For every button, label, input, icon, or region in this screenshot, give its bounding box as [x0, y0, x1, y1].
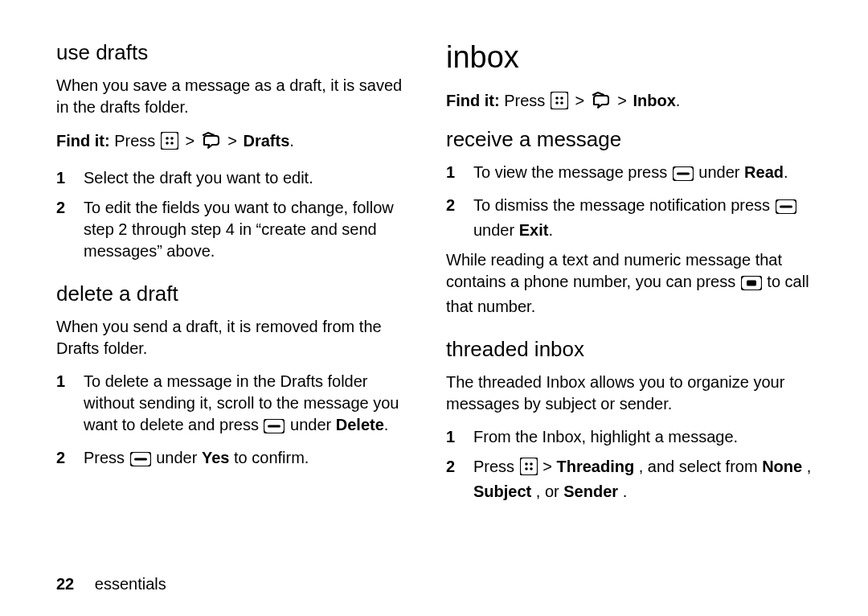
left-column: use drafts When you save a message as a …	[56, 40, 438, 592]
message-icon	[592, 92, 611, 116]
heading-use-drafts: use drafts	[56, 40, 414, 65]
step-text: Press > Threading , and select from None…	[473, 456, 820, 503]
step-text: To view the message press under Read.	[473, 162, 820, 187]
text-fragment: under	[290, 416, 336, 433]
separator-icon: >	[227, 132, 237, 150]
text-fragment: To dismiss the message notification pres…	[473, 196, 775, 214]
page-number: 22	[56, 575, 74, 593]
findit-target: Inbox	[633, 92, 676, 109]
softkey-label: Delete	[336, 416, 384, 433]
step-text: Select the draft you want to edit.	[84, 167, 414, 189]
steps-delete-draft: To delete a message in the Drafts folder…	[56, 371, 414, 472]
heading-inbox: inbox	[446, 40, 820, 75]
text-fragment: Press	[84, 449, 129, 466]
findit-press: Press	[504, 92, 545, 109]
heading-receive: receive a message	[446, 127, 820, 152]
step-text: To delete a message in the Drafts folder…	[84, 371, 414, 439]
softkey-icon	[673, 165, 694, 187]
text-fragment: To view the message press	[473, 163, 672, 181]
heading-threaded: threaded inbox	[446, 337, 820, 362]
list-item: Press > Threading , and select from None…	[446, 456, 820, 503]
step-text: From the Inbox, highlight a message.	[473, 426, 820, 448]
softkey-label: Read	[744, 163, 784, 181]
text-fragment: to confirm.	[234, 449, 309, 466]
findit-target: Drafts	[244, 132, 290, 150]
para-use-drafts: When you save a message as a draft, it i…	[56, 75, 414, 118]
steps-receive: To view the message press under Read. To…	[446, 162, 820, 241]
separator-icon: >	[575, 92, 584, 109]
step-text: To dismiss the message notification pres…	[473, 195, 820, 241]
option-label: Subject	[473, 483, 531, 500]
step-text: Press under Yes to confirm.	[84, 447, 414, 472]
softkey-label: Yes	[202, 449, 229, 466]
separator-icon: >	[617, 92, 627, 109]
text-fragment: ,	[807, 458, 812, 475]
menu-key-icon	[161, 132, 178, 156]
text-fragment: , and select from	[639, 458, 762, 475]
step-text: To edit the fields you want to change, f…	[84, 197, 414, 262]
list-item: From the Inbox, highlight a message.	[446, 426, 820, 448]
softkey-label: Exit	[519, 221, 549, 239]
menu-item-label: Threading	[557, 458, 635, 475]
para-threaded: The threaded Inbox allows you to organiz…	[446, 372, 820, 415]
list-item: To delete a message in the Drafts folder…	[56, 371, 414, 439]
steps-use-drafts: Select the draft you want to edit. To ed…	[56, 167, 414, 262]
text-fragment: under	[473, 221, 519, 239]
heading-delete-draft: delete a draft	[56, 281, 414, 306]
findit-label: Find it:	[56, 132, 110, 150]
softkey-icon	[130, 450, 151, 472]
findit-press: Press	[114, 132, 155, 150]
text-fragment: Press	[473, 458, 519, 475]
list-item: To edit the fields you want to change, f…	[56, 197, 414, 262]
findit-label: Find it:	[446, 92, 500, 109]
ok-key-icon	[741, 274, 762, 296]
steps-threaded: From the Inbox, highlight a message. Pre…	[446, 426, 820, 503]
softkey-icon	[264, 417, 285, 439]
page-footer: 22 essentials	[56, 575, 166, 593]
text-fragment: .	[623, 483, 628, 500]
text-fragment: , or	[536, 483, 563, 500]
section-name: essentials	[95, 575, 166, 593]
text-fragment: While reading a text and numeric message…	[446, 251, 782, 290]
list-item: To dismiss the message notification pres…	[446, 195, 820, 241]
para-while-reading: While reading a text and numeric message…	[446, 249, 820, 318]
option-label: None	[762, 458, 802, 475]
manual-page: use drafts When you save a message as a …	[0, 0, 868, 616]
list-item: Select the draft you want to edit.	[56, 167, 414, 189]
separator-icon: >	[185, 132, 194, 150]
text-fragment: under	[156, 449, 202, 466]
text-fragment: under	[698, 163, 744, 181]
softkey-icon	[776, 198, 796, 220]
para-delete-draft: When you send a draft, it is removed fro…	[56, 316, 414, 359]
message-icon	[202, 132, 221, 156]
list-item: Press under Yes to confirm.	[56, 447, 414, 472]
findit-inbox: Find it: Press > > Inbox.	[446, 89, 820, 116]
text-fragment: >	[542, 458, 556, 475]
menu-key-icon	[551, 92, 568, 116]
list-item: To view the message press under Read.	[446, 162, 820, 187]
right-column: inbox Find it: Press > > Inbox. receive …	[438, 40, 820, 592]
option-label: Sender	[563, 483, 618, 500]
menu-key-icon	[520, 458, 538, 481]
findit-drafts: Find it: Press > > Drafts.	[56, 129, 414, 156]
